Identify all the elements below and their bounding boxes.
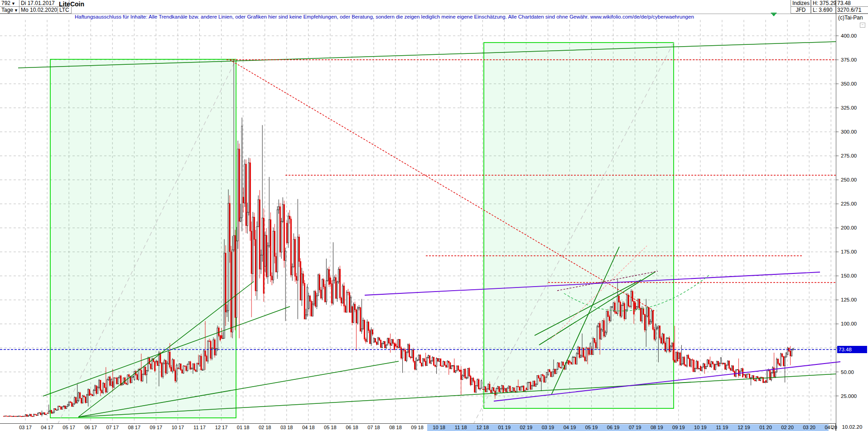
month-label: 09 17 xyxy=(145,424,167,431)
last-bar-label: L xyxy=(829,424,836,431)
month-label: 12 17 xyxy=(211,424,232,431)
bars-count-value: 792 xyxy=(1,0,10,6)
month-label: 08 19 xyxy=(646,424,668,431)
taipan-chart-window: { "header": { "bars_count": "792", "date… xyxy=(0,0,868,431)
price-label: 325.00 xyxy=(841,105,867,111)
month-label: 09 19 xyxy=(668,424,690,431)
month-label: 03 17 xyxy=(14,424,36,431)
month-label: 10 18 xyxy=(428,424,450,431)
chevron-down-icon: ▼ xyxy=(11,1,15,6)
price-label: 275.00 xyxy=(841,153,867,159)
trend-box-2017 xyxy=(50,59,236,418)
month-label: 03 19 xyxy=(537,424,559,431)
indices-label: Indizes xyxy=(791,0,811,7)
month-label: 02 19 xyxy=(515,424,537,431)
month-label: 04 17 xyxy=(36,424,58,431)
axis-divider xyxy=(836,0,836,431)
month-label: 06 18 xyxy=(341,424,363,431)
price-label: 350.00 xyxy=(841,81,867,87)
month-label: 12 18 xyxy=(472,424,493,431)
month-label: 10 17 xyxy=(167,424,188,431)
low-value: L: 3.690 xyxy=(811,7,836,14)
month-label: 01 20 xyxy=(755,424,776,431)
chevron-down-icon: ▼ xyxy=(14,8,18,13)
month-label: 10 19 xyxy=(690,424,711,431)
month-label: 11 18 xyxy=(450,424,472,431)
price-label: 150.00 xyxy=(841,273,867,279)
month-label: 04 18 xyxy=(298,424,319,431)
month-label: 03 18 xyxy=(276,424,298,431)
minimize-icon[interactable]: − xyxy=(860,23,865,28)
axis-corner-date: 10.02.20 xyxy=(836,424,868,431)
month-label: 02 18 xyxy=(254,424,276,431)
month-label: 09 18 xyxy=(406,424,428,431)
instrument-title: LiteCoin xyxy=(59,0,84,8)
month-label: 12 19 xyxy=(733,424,755,431)
price-label: 50.00 xyxy=(841,369,867,375)
month-label: 01 19 xyxy=(493,424,515,431)
disclaimer-text: Haftungsausschluss für Inhalte: Alle Tre… xyxy=(75,14,694,19)
price-label: 250.00 xyxy=(841,177,867,183)
month-label: 04 19 xyxy=(559,424,581,431)
volume-value: 3270.6/71 xyxy=(836,7,868,14)
top-resistance xyxy=(18,42,836,68)
month-label: 08 17 xyxy=(123,424,145,431)
month-label: 11 17 xyxy=(188,424,210,431)
price-label: 200.00 xyxy=(841,225,867,231)
month-label: 07 17 xyxy=(101,424,123,431)
price-label: 175.00 xyxy=(841,249,867,255)
bars-count-dropdown[interactable]: 792▼ xyxy=(0,0,19,7)
price-label: 400.00 xyxy=(841,33,867,39)
price-chart[interactable] xyxy=(0,0,868,431)
taipan-brand: (c)Tai-Pan xyxy=(838,14,863,21)
high-value: H: 375.29 xyxy=(811,0,836,7)
month-label: 05 19 xyxy=(581,424,603,431)
last-value: 73.48 xyxy=(836,0,868,7)
month-label: 02 20 xyxy=(776,424,798,431)
month-label: 05 18 xyxy=(319,424,341,431)
month-label: 01 18 xyxy=(232,424,254,431)
symbol-cell[interactable]: LTC xyxy=(58,7,72,14)
trend-boxes xyxy=(50,43,674,418)
x-axis[interactable]: 03 1704 1705 1706 1707 1708 1709 1710 17… xyxy=(0,423,836,431)
month-label: 08 18 xyxy=(385,424,406,431)
month-label: 11 19 xyxy=(711,424,733,431)
period-dropdown[interactable]: Tage▼ xyxy=(0,7,19,14)
price-label: 125.00 xyxy=(841,297,867,303)
period-value: Tage xyxy=(1,7,13,13)
current-price-tag: 73.48 xyxy=(837,346,867,353)
price-label: 25.000 xyxy=(841,393,867,399)
month-label: 05 17 xyxy=(58,424,80,431)
price-label: 100.00 xyxy=(841,321,867,327)
price-label: 375.00 xyxy=(841,57,867,63)
price-label: 300.00 xyxy=(841,129,867,135)
broker-label: JFD xyxy=(791,7,811,14)
price-label: 225.00 xyxy=(841,201,867,207)
month-label: 06 17 xyxy=(80,424,101,431)
month-label: 03 20 xyxy=(798,424,820,431)
date-to-field[interactable]: Mo 10.02.2020 xyxy=(19,7,58,14)
month-label: 07 19 xyxy=(624,424,646,431)
month-label: 07 18 xyxy=(363,424,385,431)
month-label: 06 19 xyxy=(603,424,624,431)
